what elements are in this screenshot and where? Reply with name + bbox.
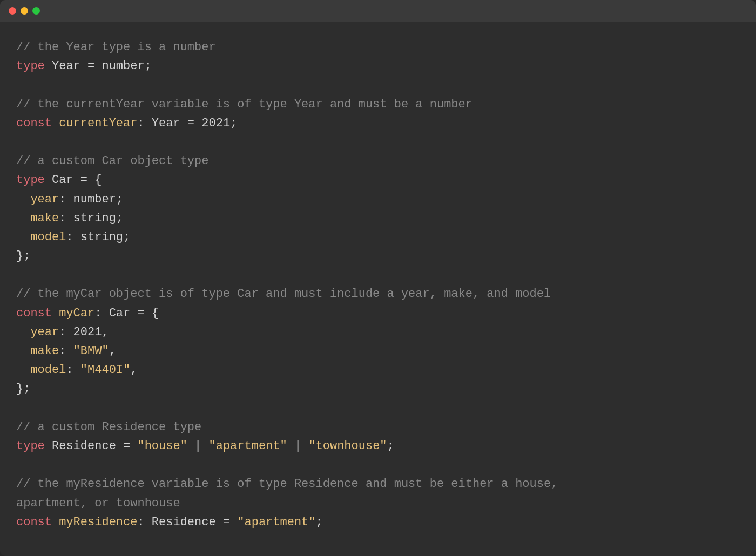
property-span: year — [16, 193, 59, 206]
string-span: "apartment" — [208, 439, 287, 453]
code-line: type Year = number; — [16, 57, 740, 76]
normal-span: : string; — [59, 212, 123, 225]
normal-span: | — [187, 439, 209, 453]
variable-span: myResidence — [59, 516, 137, 529]
code-line: type Car = { — [16, 171, 740, 189]
string-span: "house" — [137, 439, 187, 453]
code-line: // the myCar object is of type Car and m… — [16, 284, 740, 303]
comment-span: // a custom Car object type — [16, 154, 208, 168]
comment-span: // the myResidence variable is of type R… — [16, 477, 558, 491]
property-span: make — [16, 344, 59, 358]
normal-span: : string; — [66, 230, 130, 244]
normal-span — [52, 516, 59, 529]
normal-span: : 2021, — [59, 326, 109, 339]
editor-window: // the Year type is a numbertype Year = … — [0, 0, 756, 556]
code-line: // a custom Car object type — [16, 152, 740, 171]
keyword-span: type — [16, 173, 45, 187]
code-line: // the Year type is a number — [16, 38, 740, 57]
minimize-button[interactable] — [21, 7, 28, 15]
keyword-span: const — [16, 516, 52, 529]
code-line — [16, 133, 740, 152]
comment-span: // the Year type is a number — [16, 40, 216, 54]
comment-span: apartment, or townhouse — [16, 497, 180, 510]
code-line: const myResidence: Residence = "apartmen… — [16, 513, 740, 532]
string-span: "townhouse" — [308, 439, 387, 453]
variable-span: currentYear — [59, 117, 137, 130]
string-span: "BMW" — [73, 344, 109, 358]
maximize-button[interactable] — [32, 7, 40, 15]
normal-span: Car = { — [45, 173, 102, 187]
variable-span: myCar — [59, 307, 94, 320]
normal-span: : number; — [59, 193, 123, 206]
code-line: year: 2021, — [16, 323, 740, 342]
code-line: }; — [16, 379, 740, 398]
normal-span: ; — [387, 439, 394, 453]
titlebar — [0, 0, 756, 22]
normal-span: : — [66, 363, 80, 377]
comment-span: // a custom Residence type — [16, 421, 201, 434]
normal-span: : Car = { — [94, 307, 159, 320]
property-span: make — [16, 212, 59, 225]
code-area: // the Year type is a numbertype Year = … — [0, 22, 756, 556]
normal-span: : Year = 2021; — [137, 117, 237, 130]
code-line: // a custom Residence type — [16, 418, 740, 437]
keyword-span: type — [16, 439, 45, 453]
code-line: const currentYear: Year = 2021; — [16, 114, 740, 133]
normal-span: }; — [16, 382, 30, 396]
normal-span: ; — [316, 516, 323, 529]
code-line: }; — [16, 247, 740, 266]
normal-span: }; — [16, 249, 30, 263]
keyword-span: const — [16, 117, 52, 130]
code-line — [16, 266, 740, 284]
normal-span: : Residence = — [137, 516, 237, 529]
code-content: // the Year type is a numbertype Year = … — [16, 38, 740, 532]
code-line: const myCar: Car = { — [16, 304, 740, 323]
comment-span: // the currentYear variable is of type Y… — [16, 98, 473, 111]
string-span: "apartment" — [237, 516, 315, 529]
code-line: // the myResidence variable is of type R… — [16, 474, 740, 493]
normal-span: , — [109, 344, 116, 358]
code-line — [16, 399, 740, 418]
code-line: make: string; — [16, 209, 740, 228]
code-line: model: "M440I", — [16, 361, 740, 379]
normal-span: | — [287, 439, 309, 453]
property-span: model — [16, 363, 66, 377]
code-line — [16, 456, 740, 474]
normal-span — [52, 117, 59, 130]
code-line: model: string; — [16, 228, 740, 247]
code-line: // the currentYear variable is of type Y… — [16, 95, 740, 114]
normal-span: Year = number; — [45, 59, 152, 73]
code-line: type Residence = "house" | "apartment" |… — [16, 437, 740, 456]
comment-span: // the myCar object is of type Car and m… — [16, 287, 551, 301]
normal-span: , — [130, 363, 137, 377]
property-span: year — [16, 326, 59, 339]
string-span: "M440I" — [80, 363, 130, 377]
keyword-span: type — [16, 59, 45, 73]
normal-span — [52, 307, 59, 320]
close-button[interactable] — [9, 7, 16, 15]
code-line: make: "BMW", — [16, 342, 740, 361]
code-line — [16, 76, 740, 94]
keyword-span: const — [16, 307, 52, 320]
code-line: year: number; — [16, 190, 740, 209]
property-span: model — [16, 230, 66, 244]
normal-span: Residence = — [45, 439, 138, 453]
code-line: apartment, or townhouse — [16, 494, 740, 513]
normal-span: : — [59, 344, 73, 358]
